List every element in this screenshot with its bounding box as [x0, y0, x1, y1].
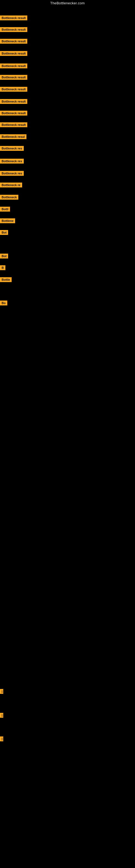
bottleneck-badge-row-16: Bottleneck [0, 195, 18, 201]
bottleneck-badge[interactable]: B [0, 265, 5, 270]
bottleneck-badge[interactable]: Bo [0, 301, 7, 305]
bottleneck-badge[interactable]: Bottleneck result [0, 63, 27, 68]
bottleneck-badge[interactable]: Bot [0, 254, 8, 258]
bottleneck-badge-row-25: | [0, 713, 3, 719]
bottleneck-badge-row-1: Bottleneck result [0, 16, 27, 22]
bottleneck-badge[interactable]: | [0, 689, 3, 694]
bottleneck-badge-row-15: Bottleneck re [0, 183, 22, 188]
bottleneck-badge-row-7: Bottleneck result [0, 87, 27, 93]
bottleneck-badge[interactable]: Bottleneck resul [0, 134, 27, 139]
bottleneck-badge[interactable]: Bottleneck [0, 195, 18, 199]
bottleneck-badge[interactable]: | [0, 713, 3, 718]
bottleneck-badge-row-8: Bottleneck result [0, 99, 27, 105]
bottleneck-badge-row-23: Bo [0, 301, 7, 307]
bottleneck-badge[interactable]: Bottleneck result [0, 87, 27, 92]
bottleneck-badge[interactable]: Bottl [0, 207, 10, 212]
bottleneck-badge[interactable]: Bottleneck result [0, 16, 27, 20]
bottleneck-badge-row-5: Bottleneck result [0, 63, 27, 69]
bottleneck-badge-row-24: | [0, 689, 3, 695]
bottleneck-badge-row-6: Bottleneck result [0, 75, 27, 81]
bottleneck-badge-row-10: Bottleneck result [0, 122, 27, 128]
bottleneck-badge-row-2: Bottleneck result [0, 27, 27, 33]
bottleneck-badge[interactable]: | [0, 737, 3, 741]
bottleneck-badge-row-9: Bottleneck result [0, 111, 27, 117]
bottleneck-badge[interactable]: Bottleneck result [0, 51, 27, 56]
bottleneck-badge-row-20: Bot [0, 254, 8, 259]
bottleneck-badge[interactable]: Bottleneck re [0, 183, 22, 187]
bottleneck-badge-row-21: B [0, 265, 5, 271]
site-title: TheBottlenecker.com [0, 0, 135, 7]
bottleneck-badge-row-11: Bottleneck resul [0, 134, 27, 140]
bottleneck-badge-row-12: Bottleneck res [0, 146, 24, 152]
bottleneck-badge[interactable]: Bottleneck result [0, 39, 27, 44]
bottleneck-badge[interactable]: Bot [0, 230, 8, 235]
bottleneck-badge[interactable]: Bottleneck result [0, 122, 27, 127]
bottleneck-badge[interactable]: Bottleneck res [0, 159, 24, 163]
bottleneck-badge[interactable]: Bottleneck result [0, 111, 27, 116]
bottleneck-badge-row-3: Bottleneck result [0, 39, 27, 45]
bottleneck-badge-row-18: Bottlene [0, 218, 15, 224]
bottleneck-badge-row-14: Bottleneck res [0, 171, 24, 177]
bottleneck-badge-row-26: | [0, 737, 3, 742]
bottleneck-badge-row-17: Bottl [0, 207, 10, 213]
bottleneck-badge-row-13: Bottleneck res [0, 159, 24, 165]
bottleneck-badge[interactable]: Bottleneck res [0, 146, 24, 151]
bottleneck-badge[interactable]: Bottle [0, 277, 12, 282]
bottleneck-badge[interactable]: Bottleneck result [0, 75, 27, 80]
bottleneck-badge[interactable]: Bottlene [0, 218, 15, 223]
bottleneck-badge-row-19: Bot [0, 230, 8, 236]
bottleneck-badge[interactable]: Bottleneck result [0, 99, 27, 104]
bottleneck-badge-row-4: Bottleneck result [0, 51, 27, 57]
bottleneck-badge[interactable]: Bottleneck result [0, 27, 27, 32]
bottleneck-badge-row-22: Bottle [0, 277, 12, 283]
bottleneck-badge[interactable]: Bottleneck res [0, 171, 24, 176]
